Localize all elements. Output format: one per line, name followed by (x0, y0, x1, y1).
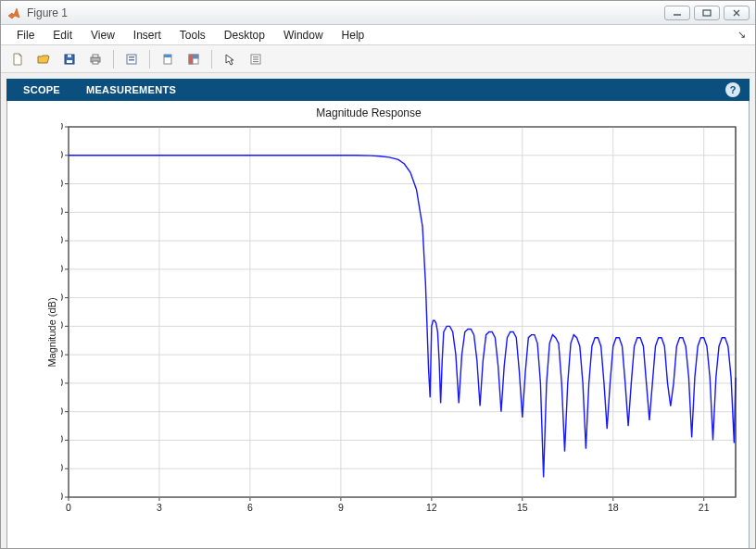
new-file-button[interactable] (6, 48, 29, 70)
print-button[interactable] (84, 48, 107, 70)
toolbar (1, 45, 755, 73)
svg-text:-90: -90 (61, 406, 63, 417)
svg-rect-14 (189, 55, 193, 64)
menubar: File Edit View Insert Tools Desktop Wind… (1, 25, 755, 45)
svg-text:15: 15 (517, 502, 528, 513)
svg-rect-6 (93, 55, 98, 57)
matlab-icon (6, 6, 21, 20)
svg-text:-20: -20 (61, 206, 63, 217)
tab-measurements[interactable]: MEASUREMENTS (73, 79, 189, 101)
svg-rect-7 (93, 61, 98, 64)
svg-text:12: 12 (426, 502, 437, 513)
svg-rect-3 (67, 60, 72, 63)
toolbar-separator (149, 50, 150, 69)
svg-text:3: 3 (157, 502, 162, 513)
window-title: Figure 1 (27, 6, 664, 19)
svg-text:-50: -50 (61, 292, 63, 303)
plot-panel: Magnitude Response Magnitude (dB) Freque… (6, 101, 750, 549)
print-preview-button[interactable] (120, 48, 143, 70)
toolbar-separator (113, 50, 114, 69)
svg-text:-30: -30 (61, 234, 63, 245)
menu-tools[interactable]: Tools (171, 27, 214, 44)
chart-title: Magnitude Response (7, 106, 730, 119)
svg-text:-120: -120 (61, 491, 63, 502)
dock-button[interactable] (157, 48, 179, 70)
tab-scope[interactable]: SCOPE (10, 79, 73, 101)
menu-insert[interactable]: Insert (125, 27, 170, 44)
chart-svg[interactable]: 036912151821100-10-20-30-40-50-60-70-80-… (61, 123, 737, 523)
layout-button[interactable] (183, 48, 205, 70)
window-titlebar: Figure 1 (1, 1, 755, 25)
menu-edit[interactable]: Edit (44, 27, 81, 44)
menu-chevron-icon[interactable]: ↘ (737, 29, 748, 41)
close-button[interactable] (724, 6, 750, 20)
menu-help[interactable]: Help (334, 27, 373, 44)
svg-text:-10: -10 (61, 178, 63, 189)
svg-rect-1 (703, 10, 711, 16)
svg-rect-18 (253, 58, 258, 59)
toolbar-separator (211, 50, 212, 69)
svg-text:-100: -100 (61, 433, 63, 444)
ribbon-bar: SCOPE MEASUREMENTS ? (6, 79, 750, 101)
svg-text:0: 0 (61, 149, 63, 160)
menu-window[interactable]: Window (275, 27, 332, 44)
menu-desktop[interactable]: Desktop (216, 27, 273, 44)
svg-text:21: 21 (699, 502, 710, 513)
svg-text:9: 9 (338, 502, 344, 513)
svg-text:-70: -70 (61, 348, 63, 359)
svg-text:-110: -110 (61, 462, 63, 473)
property-page-button[interactable] (245, 48, 267, 70)
svg-text:-40: -40 (61, 263, 63, 274)
svg-text:-80: -80 (61, 377, 63, 388)
maximize-button[interactable] (694, 6, 720, 20)
svg-text:-60: -60 (61, 319, 63, 331)
svg-text:18: 18 (608, 502, 619, 513)
svg-text:0: 0 (66, 502, 71, 513)
svg-rect-4 (68, 55, 71, 57)
svg-rect-19 (253, 61, 258, 62)
y-axis-label: Magnitude (dB) (46, 297, 57, 367)
svg-rect-9 (129, 56, 134, 58)
svg-text:6: 6 (247, 502, 253, 513)
svg-rect-12 (164, 55, 171, 57)
open-file-button[interactable] (32, 48, 55, 70)
save-button[interactable] (58, 48, 81, 70)
help-button[interactable]: ? (725, 82, 740, 97)
menu-view[interactable]: View (82, 27, 123, 44)
pointer-button[interactable] (219, 48, 241, 70)
window-controls (664, 6, 750, 20)
svg-rect-10 (129, 59, 134, 61)
svg-rect-15 (193, 55, 198, 58)
menu-file[interactable]: File (8, 27, 43, 44)
svg-rect-17 (253, 56, 258, 57)
svg-rect-20 (69, 127, 736, 497)
svg-text:10: 10 (61, 123, 63, 131)
minimize-button[interactable] (664, 6, 690, 20)
